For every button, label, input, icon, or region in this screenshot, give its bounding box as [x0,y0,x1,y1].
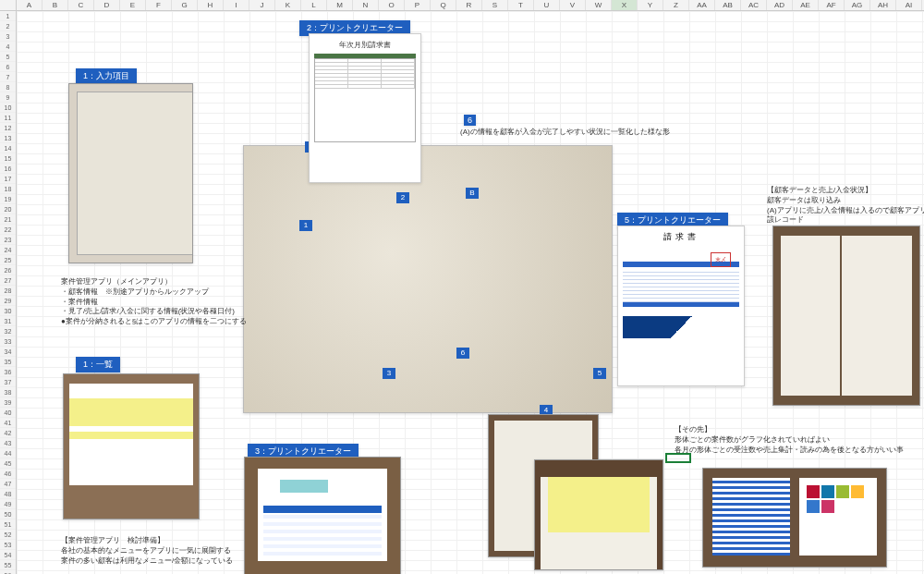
row-header[interactable]: 40 [0,408,16,418]
photo-graphs[interactable] [702,468,887,568]
row-header[interactable]: 28 [0,286,16,296]
row-header[interactable]: 52 [0,530,16,540]
row-header[interactable]: 43 [0,438,16,448]
column-header-U[interactable]: U [534,0,560,10]
row-header[interactable]: 20 [0,204,16,214]
row-header[interactable]: 34 [0,347,16,357]
column-header-T[interactable]: T [508,0,534,10]
row-header[interactable]: 11 [0,113,16,123]
column-header-Q[interactable]: Q [431,0,456,10]
column-header-AI[interactable]: AI [896,0,922,10]
row-header[interactable]: 47 [0,479,16,489]
column-header-AB[interactable]: AB [715,0,741,10]
row-header[interactable]: 16 [0,164,16,174]
row-header[interactable]: 13 [0,133,16,143]
column-header-AE[interactable]: AE [793,0,819,10]
row-header[interactable]: 14 [0,143,16,153]
row-header[interactable]: 23 [0,235,16,245]
label-six[interactable]: 6 [464,115,476,126]
column-header-B[interactable]: B [43,0,68,10]
column-header-C[interactable]: C [68,0,94,10]
photo-list-table[interactable] [63,373,200,519]
row-header[interactable]: 38 [0,387,16,397]
row-header[interactable]: 7 [0,72,16,82]
column-header-I[interactable]: I [224,0,249,10]
row-header[interactable]: 15 [0,153,16,164]
row-header[interactable]: 50 [0,509,16,519]
row-header[interactable]: 25 [0,255,16,265]
column-header-W[interactable]: W [586,0,612,10]
column-header-Y[interactable]: Y [638,0,663,10]
column-header-AH[interactable]: AH [870,0,896,10]
row-header[interactable]: 51 [0,519,16,530]
row-header[interactable]: 3 [0,31,16,42]
row-header[interactable]: 39 [0,397,16,408]
row-header[interactable]: 2 [0,21,16,31]
column-header-O[interactable]: O [379,0,405,10]
column-header-AA[interactable]: AA [689,0,715,10]
photo-form-3[interactable] [244,457,401,574]
document-invoice-5[interactable]: 請求書 末〆 [617,226,745,386]
row-header[interactable]: 56 [0,570,16,574]
row-header[interactable]: 36 [0,367,16,377]
label-list[interactable]: 1：一覧 [76,357,120,372]
column-header-AF[interactable]: AF [819,0,845,10]
row-header[interactable]: 26 [0,265,16,275]
row-header[interactable]: 30 [0,306,16,316]
row-header[interactable]: 8 [0,82,16,92]
column-header-K[interactable]: K [275,0,301,10]
row-header[interactable]: 53 [0,540,16,550]
column-header-R[interactable]: R [456,0,482,10]
row-header[interactable]: 37 [0,377,16,387]
row-header[interactable]: 5 [0,52,16,62]
row-header[interactable]: 4 [0,42,16,52]
row-header[interactable]: 17 [0,174,16,184]
photo-input-form[interactable] [68,83,193,263]
label-input-items[interactable]: 1：入力項目 [76,68,137,84]
column-header-F[interactable]: F [146,0,172,10]
row-header[interactable]: 21 [0,214,16,225]
select-all-corner[interactable] [0,0,17,10]
row-header[interactable]: 46 [0,469,16,479]
row-header[interactable]: 29 [0,296,16,306]
row-header[interactable]: 12 [0,123,16,133]
column-header-J[interactable]: J [249,0,275,10]
row-header[interactable]: 6 [0,62,16,72]
column-header-E[interactable]: E [120,0,146,10]
row-header[interactable]: 31 [0,316,16,326]
column-header-N[interactable]: N [353,0,379,10]
row-header[interactable]: 22 [0,225,16,235]
row-header[interactable]: 1 [0,11,16,21]
row-header[interactable]: 9 [0,92,16,103]
column-header-P[interactable]: P [405,0,431,10]
column-header-AC[interactable]: AC [741,0,767,10]
column-header-AG[interactable]: AG [845,0,870,10]
column-header-AD[interactable]: AD [767,0,793,10]
row-header[interactable]: 48 [0,489,16,499]
row-header[interactable]: 44 [0,448,16,458]
column-header-H[interactable]: H [198,0,224,10]
document-form-2[interactable]: 年次月別請求書 [309,33,421,183]
row-header[interactable]: 33 [0,336,16,347]
row-header[interactable]: 54 [0,550,16,560]
column-header-S[interactable]: S [482,0,508,10]
row-header[interactable]: 35 [0,357,16,367]
column-header-X[interactable]: X [612,0,638,10]
column-header-D[interactable]: D [94,0,120,10]
spreadsheet-grid[interactable]: 1234567891011121314151617181920212223242… [0,11,924,574]
row-header[interactable]: 55 [0,560,16,570]
row-header[interactable]: 41 [0,418,16,428]
row-header[interactable]: 32 [0,326,16,336]
row-header[interactable]: 24 [0,245,16,255]
row-header[interactable]: 10 [0,103,16,113]
column-header-V[interactable]: V [560,0,586,10]
row-header[interactable]: 49 [0,499,16,509]
photo-sketch-paper[interactable]: 1 2 3 4 5 6 A B [243,145,613,413]
row-header[interactable]: 18 [0,184,16,194]
row-header[interactable]: 45 [0,458,16,469]
row-header[interactable]: 27 [0,275,16,286]
column-header-L[interactable]: L [301,0,327,10]
row-header[interactable]: 42 [0,428,16,438]
active-cell-selection[interactable] [665,453,691,463]
column-header-Z[interactable]: Z [663,0,689,10]
